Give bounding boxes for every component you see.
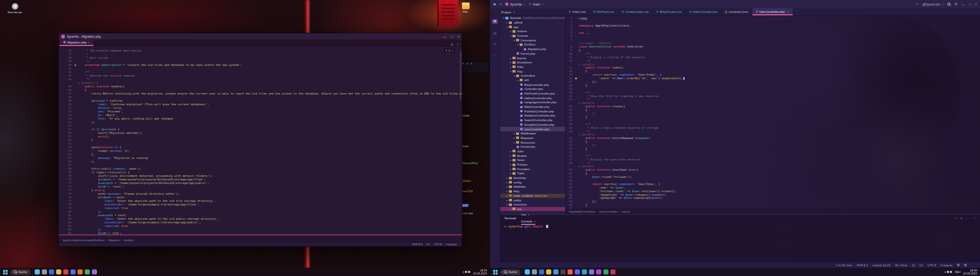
editor-tab-blog-create-vue[interactable]: VBlog\Create.vue <box>653 8 685 15</box>
breadcrumb-item[interactable]: index() <box>622 210 630 213</box>
editor-tab-index-vue[interactable]: VIndex.vue <box>566 8 590 15</box>
tree-item-news[interactable]: ▸News <box>500 158 565 163</box>
terminal-tab-vite[interactable]: Vite× <box>521 212 536 218</box>
search-everywhere-icon[interactable] <box>947 3 950 6</box>
taskbar-app-icon-5[interactable] <box>553 269 558 274</box>
chevron-down-icon[interactable]: ∨ <box>961 216 963 220</box>
close-tab-icon[interactable]: × <box>534 220 536 223</box>
commit-tool-icon[interactable]: ◎ <box>493 31 496 35</box>
language-indicator[interactable]: DEU <box>955 270 961 273</box>
search-input[interactable]: Suche <box>500 269 521 275</box>
tree-item-actions[interactable]: ▸Actions <box>500 29 565 34</box>
status-item[interactable]: 12 <box>912 264 915 267</box>
taskbar-app-icon-3[interactable] <box>49 269 54 274</box>
status-item[interactable]: PHP 8.2 <box>857 264 868 267</box>
taskbar-app-icon-2[interactable] <box>42 269 47 274</box>
settings-gear-icon[interactable]: ⚙ <box>954 2 958 6</box>
tree-item-app[interactable]: ▾app <box>500 25 565 29</box>
editor-scrollbar[interactable] <box>460 51 461 100</box>
breadcrumb-item[interactable]: Migration <box>109 239 120 242</box>
status-item[interactable]: 36: 14ms <box>895 264 907 267</box>
editor-tab-galery-create-vue[interactable]: VGalery\Create.vue <box>686 8 722 15</box>
project-panel-header[interactable]: Project ∨ <box>490 8 566 15</box>
taskbar-app-icon-10[interactable] <box>589 269 594 274</box>
taskbar-app-icon-11[interactable] <box>596 269 601 274</box>
tree-item-synertia[interactable]: ▾Synertia\\wsl$\Ubuntu\home\syntafin\pro… <box>500 16 565 20</box>
more-options-icon[interactable]: ⋯ <box>966 216 969 220</box>
tree-item-kernel-php[interactable]: Kernel.php <box>500 52 565 56</box>
tree-item-blogcontroller-php[interactable]: BlogController.php <box>500 82 565 87</box>
editor-tab-createimage-vue[interactable]: VCreateImage.vue <box>619 8 653 15</box>
tray-chevron-icon[interactable]: ∧ <box>944 270 946 273</box>
editor-tab-composer-json[interactable]: {}composer.json <box>722 8 753 15</box>
user-account-chip[interactable]: @hyund.om ∨ <box>922 3 943 6</box>
close-button[interactable]: × <box>975 3 977 6</box>
tree-item-policies[interactable]: ▸Policies <box>500 163 565 167</box>
clock[interactable]: 18:34 24.09.2023 <box>473 269 487 275</box>
tree-item-filter[interactable]: ▸Filter <box>500 65 565 70</box>
main-code-editor[interactable]: 1<?php23namespace App\Http\Controllers;4… <box>566 16 980 209</box>
taskbar-app-icon-7[interactable] <box>568 269 573 274</box>
chevron-down-icon[interactable]: ∨ <box>457 42 459 46</box>
tree-item-dotsexy[interactable]: ▾DotSexy <box>500 42 565 47</box>
breadcrumb-item[interactable]: \App\Http\Controllers <box>569 210 595 213</box>
tree-item-resources[interactable]: ▸Resources <box>500 140 565 145</box>
taskbar-app-icon-7[interactable] <box>78 269 83 274</box>
tree-item-css[interactable]: ▸css <box>500 207 565 212</box>
tree-item-exceptions[interactable]: ▸Exceptions <box>500 60 565 65</box>
tree-item-models[interactable]: ▸Models <box>500 153 565 158</box>
minimize-button[interactable]: — <box>962 3 965 6</box>
taskbar-app-icon-6[interactable] <box>70 269 76 274</box>
code-editor[interactable]: 43∨ 36 * The console command description… <box>59 47 462 238</box>
project-selector[interactable]: Synertia ∨ <box>505 3 525 6</box>
close-tab-icon[interactable]: × <box>788 10 790 13</box>
status-item[interactable]: LF <box>427 243 430 246</box>
taskbar-app-icon-5[interactable] <box>63 269 68 274</box>
project-tool-icon[interactable]: ▤ <box>492 19 498 24</box>
status-item[interactable]: UTF-8 <box>927 264 936 267</box>
status-item[interactable]: UTF-8 <box>434 243 442 246</box>
clock[interactable]: 18:34 24.09.2023 <box>963 269 977 275</box>
tree-item-api[interactable]: ▸API <box>500 78 565 83</box>
tree-item-galerycontroller-php[interactable]: GaleryController.php <box>500 96 565 100</box>
maximize-button[interactable]: □ <box>451 35 453 38</box>
tree-item-lang[interactable]: ▸lang <box>500 189 565 194</box>
status-item[interactable]: 4 spaces <box>446 243 457 246</box>
close-tab-icon[interactable]: × <box>88 40 90 44</box>
add-widget-icon[interactable]: + <box>916 3 918 6</box>
close-tab-icon[interactable]: × <box>528 213 530 216</box>
project-tree-panel[interactable]: ▾Synertia\\wsl$\Ubuntu\home\syntafin\pro… <box>500 16 566 214</box>
minimize-button[interactable]: — <box>443 35 447 38</box>
notifications-bell-icon[interactable] <box>964 264 967 266</box>
tree-item-languagecontroller-php[interactable]: LanguageController.php <box>500 100 565 105</box>
taskbar-app-icon-2[interactable] <box>532 269 537 274</box>
tree-item-database[interactable]: ▸database <box>500 185 565 189</box>
breadcrumb-item[interactable]: UserController <box>599 210 618 213</box>
network-icon[interactable] <box>465 271 467 273</box>
tree-item-public[interactable]: ▸public <box>500 198 565 202</box>
desktop-icon-kern-iso[interactable]: Kern.de.iso <box>1 3 29 14</box>
tree-item-filepondcontroller-php[interactable]: FilePondController.php <box>500 91 565 96</box>
taskbar-app-icon-1[interactable] <box>525 269 530 274</box>
status-item[interactable]: Laravel 10.24 <box>872 264 890 267</box>
tree-item-usercontroller-php[interactable]: UserController.php <box>500 127 565 131</box>
tray-chevron-icon[interactable]: ∧ <box>462 270 464 273</box>
breadcrumb-item[interactable]: handle() <box>124 239 134 242</box>
add-terminal-icon[interactable]: + <box>955 216 957 220</box>
window-titlebar[interactable]: Synertia - Migration.php — □ × <box>59 33 462 39</box>
status-item[interactable]: LF <box>920 264 923 267</box>
taskbar-app-icon-13[interactable] <box>610 269 616 274</box>
taskbar-app-icon-12[interactable] <box>603 269 608 274</box>
taskbar-app-icon-1[interactable] <box>35 269 40 274</box>
tree-item-resources[interactable]: ▾resources <box>500 202 565 207</box>
desktop-icon-ssl-folder[interactable]: SSL <box>452 3 479 13</box>
terminal-panel[interactable]: Terminal Vite×Console× +∨⋯— ➜ synertia g… <box>500 214 980 262</box>
tab-migration-php[interactable]: Migration.php × <box>60 39 93 46</box>
tree-item-http[interactable]: ▾Http <box>500 69 565 74</box>
git-branch-selector[interactable]: ϒ main ∨ <box>529 3 544 6</box>
fold-arrow-icon[interactable]: › <box>575 31 576 35</box>
tree-item-maincontroller-php[interactable]: MainController.php <box>500 105 565 109</box>
terminal-tab-console[interactable]: Console× <box>521 218 536 225</box>
start-button-icon[interactable] <box>3 270 8 274</box>
tree-item-console[interactable]: ▾Console <box>500 34 565 38</box>
